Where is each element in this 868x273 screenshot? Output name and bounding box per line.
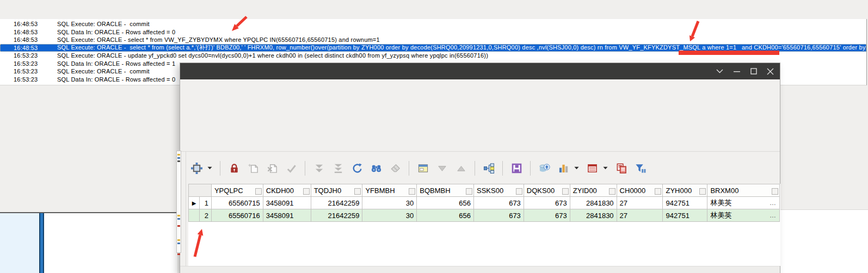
marker-scroll-strip[interactable]: [176, 151, 181, 253]
cell-bqbmbh[interactable]: 656: [417, 197, 474, 209]
erase-button[interactable]: [388, 161, 402, 175]
result-grid: YPQLPCCKDH00TQDJH0YFBMBHBQBMBHSSKS00DQKS…: [188, 184, 780, 222]
export-data-button[interactable]: [537, 161, 551, 175]
grid-view-button[interactable]: [585, 161, 599, 175]
cell-yfbmbh[interactable]: 30: [362, 197, 417, 209]
column-header-dqks00[interactable]: DQKS00: [524, 184, 570, 197]
find-button[interactable]: [369, 161, 383, 175]
maximize-button[interactable]: [745, 63, 762, 79]
log-message: SQL Execute: ORACLE - select * from (sel…: [57, 44, 866, 52]
cell-zyid00[interactable]: 2841830: [570, 197, 617, 209]
frame-select-button[interactable]: [189, 161, 204, 175]
log-row[interactable]: 16:48:53SQL Execute: ORACLE - commit: [0, 20, 866, 28]
fetch-next-icon: [313, 163, 325, 174]
row-number-cell[interactable]: 1: [199, 197, 211, 209]
strip-mark: [177, 154, 180, 156]
new-record-button[interactable]: [246, 161, 260, 175]
cell-bqbmbh[interactable]: 656: [417, 209, 474, 222]
column-header-ckdh00[interactable]: CKDH00: [263, 184, 311, 197]
duplicate-button[interactable]: [614, 161, 628, 175]
strip-mark: [177, 239, 180, 241]
cell-expand-button[interactable]: …: [766, 199, 777, 207]
column-header-ssks00[interactable]: SSKS00: [474, 184, 524, 197]
close-button[interactable]: [762, 63, 779, 79]
minimize-button[interactable]: [728, 63, 745, 79]
log-timestamp: 16:53:23: [10, 52, 57, 59]
cell-zyid00[interactable]: 2841830: [570, 209, 617, 222]
toolbar-separator: [409, 161, 409, 176]
form-view-button[interactable]: [416, 161, 430, 175]
cell-ssks00[interactable]: 673: [474, 197, 524, 209]
cell-dqks00[interactable]: 673: [524, 209, 570, 222]
cell-yfbmbh[interactable]: 30: [362, 209, 417, 222]
log-row[interactable]: 16:53:23SQL Execute: ORACLE - update yf_…: [0, 52, 866, 60]
expand-chevron-button[interactable]: [711, 63, 728, 79]
cell-dqks00[interactable]: 673: [524, 197, 570, 209]
move-up-button[interactable]: [454, 161, 468, 175]
frame-select-dropdown-button[interactable]: [206, 161, 213, 175]
table-row[interactable]: 2655607163458091216422593065667367328418…: [189, 209, 780, 222]
cell-zyh000[interactable]: 942751: [663, 209, 707, 222]
log-row[interactable]: 16:48:53SQL Execute: ORACLE - select * f…: [0, 44, 866, 52]
toolbar-separator: [502, 161, 503, 176]
log-row[interactable]: 16:48:53SQL Data In: ORACLE - Rows affec…: [0, 28, 866, 36]
column-header-label: ZYID00: [573, 187, 597, 195]
cell-ch0000[interactable]: 27: [617, 197, 663, 209]
cell-ckdh00[interactable]: 3458091: [263, 209, 311, 222]
chart-button[interactable]: [556, 161, 570, 175]
strip-mark: [177, 160, 180, 162]
filter-button[interactable]: [633, 161, 647, 175]
cell-expand-button[interactable]: …: [766, 212, 777, 219]
cell-zyh000[interactable]: 942751: [663, 197, 707, 209]
header-indicator-box: [655, 188, 661, 195]
refresh-button[interactable]: [350, 161, 364, 175]
panel-divider: [180, 151, 780, 152]
cell-ch0000[interactable]: 27: [617, 209, 663, 222]
lock-button[interactable]: [227, 161, 241, 175]
cell-ckdh00[interactable]: 3458091: [263, 197, 311, 209]
cell-text: 林美英: [710, 210, 766, 220]
cell-ypqlpc[interactable]: 65560716: [211, 209, 263, 222]
column-header-yfbmbh[interactable]: YFBMBH: [362, 184, 417, 197]
blue-splitter-bar[interactable]: [39, 213, 44, 273]
structure-view-button[interactable]: [482, 161, 496, 175]
column-header-ypqlpc[interactable]: YPQLPC: [211, 184, 263, 197]
column-header-tqdjh0[interactable]: TQDJH0: [311, 184, 362, 197]
column-header-bqbmbh[interactable]: BQBMBH: [417, 184, 474, 197]
fetch-all-icon: [333, 163, 344, 174]
confirm-edit-button[interactable]: [284, 161, 298, 175]
fetch-next-button[interactable]: [312, 161, 326, 175]
background-window-bottom-left: [0, 213, 177, 273]
cell-ssks00[interactable]: 673: [474, 209, 524, 222]
move-up-icon: [455, 163, 467, 174]
column-header-zyh000[interactable]: ZYH000: [663, 184, 707, 197]
cell-tqdjh0[interactable]: 21642259: [311, 209, 362, 222]
cell-tqdjh0[interactable]: 21642259: [311, 197, 362, 209]
column-header-zyid00[interactable]: ZYID00: [570, 184, 617, 197]
strip-mark: [177, 157, 180, 159]
cell-brxm00[interactable]: 林美英…: [707, 209, 780, 222]
chart-dropdown-button[interactable]: [573, 161, 580, 175]
log-message: SQL Execute: ORACLE - update yf_ypckd0 s…: [57, 52, 866, 59]
column-header-label: DQKS00: [527, 187, 555, 195]
move-down-button[interactable]: [435, 161, 449, 175]
column-header-brxm00[interactable]: BRXM00: [707, 184, 780, 197]
duplicate-icon: [615, 163, 627, 174]
cell-ypqlpc[interactable]: 65560715: [211, 197, 263, 209]
grid-corner-cell[interactable]: [189, 184, 212, 197]
close-icon: [767, 68, 774, 75]
delete-record-button[interactable]: [265, 161, 279, 175]
fetch-all-button[interactable]: [331, 161, 345, 175]
column-header-ch0000[interactable]: CH0000: [617, 184, 663, 197]
save-icon: [511, 163, 522, 174]
cell-brxm00[interactable]: 林美英…: [707, 197, 780, 209]
row-number-cell[interactable]: 2: [199, 209, 211, 222]
log-row[interactable]: 16:48:53SQL Execute: ORACLE - select * f…: [0, 36, 866, 44]
table-row[interactable]: ▶165560715345809121642259306566736732841…: [189, 197, 780, 209]
dropdown-arrow-icon: [603, 166, 608, 170]
dropdown-arrow-icon: [574, 166, 579, 170]
expand-chevron-icon: [716, 69, 723, 73]
header-indicator-box: [466, 188, 472, 195]
save-button[interactable]: [509, 161, 524, 175]
grid-view-dropdown-button[interactable]: [602, 161, 609, 175]
